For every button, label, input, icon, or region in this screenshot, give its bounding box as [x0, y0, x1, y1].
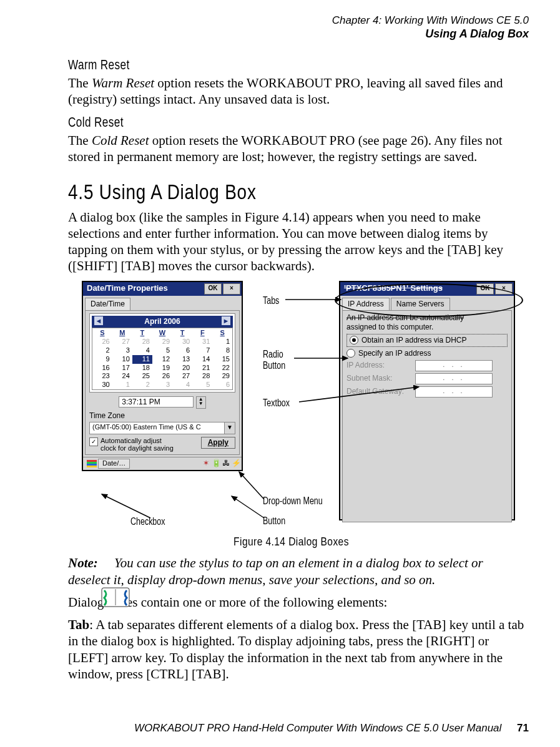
calendar-day[interactable]: 7 [192, 346, 212, 355]
svg-line-5 [102, 494, 150, 518]
section-line: Using A Dialog Box [332, 27, 529, 41]
calendar-dow: T [132, 328, 152, 338]
svg-line-3 [239, 472, 264, 499]
calendar-day[interactable]: 19 [152, 364, 172, 373]
calendar-day[interactable]: 6 [212, 381, 232, 389]
calendar-day[interactable]: 10 [112, 355, 132, 364]
close-button[interactable]: × [495, 283, 513, 295]
next-month-button[interactable]: ► [222, 316, 230, 325]
calendar-day[interactable]: 13 [172, 355, 192, 364]
prev-month-button[interactable]: ◄ [94, 316, 103, 325]
radio-icon [350, 336, 358, 344]
dialog-title: Date/Time Properties [87, 283, 168, 293]
ok-button[interactable]: OK [476, 283, 494, 295]
calendar-day[interactable]: 29 [152, 338, 172, 346]
calendar-dow: F [192, 328, 212, 338]
calendar-day[interactable]: 30 [172, 338, 192, 346]
calendar-day[interactable]: 22 [212, 364, 232, 373]
calendar-day[interactable]: 18 [132, 364, 152, 373]
calendar-dow: S [212, 328, 232, 338]
calendar-day[interactable]: 3 [152, 381, 172, 389]
calendar-day[interactable]: 1 [212, 338, 232, 346]
calendar-day[interactable]: 24 [112, 372, 132, 381]
note-label: Note: [68, 555, 98, 570]
calendar-day[interactable]: 14 [192, 355, 212, 364]
calendar-day[interactable]: 30 [92, 381, 112, 389]
calendar-day[interactable]: 6 [172, 346, 192, 355]
start-icon[interactable] [87, 460, 97, 467]
month-nav: ◄ April 2006 ► [92, 316, 233, 328]
dst-checkbox[interactable] [89, 437, 98, 446]
running-header: Chapter 4: Working With Windows CE 5.0 U… [332, 14, 529, 41]
elements-intro: Dialog boxes contain one or more of the … [68, 594, 527, 610]
radio-dhcp[interactable]: Obtain an IP address via DHCP [346, 334, 508, 347]
calendar-day[interactable]: 26 [92, 338, 112, 346]
calendar-table[interactable]: SMTWTFS 26272829303112345678910111213141… [92, 328, 233, 390]
tray-icon[interactable]: 🔋 [212, 459, 220, 468]
calendar-day[interactable]: 8 [212, 346, 232, 355]
titlebar: 'PTXCF8385PN1' Settings OK × [340, 282, 514, 296]
chevron-down-icon[interactable]: ▼ [224, 422, 235, 434]
calendar-day[interactable]: 31 [192, 338, 212, 346]
calendar-day[interactable]: 9 [92, 355, 112, 364]
calendar-day[interactable]: 21 [192, 364, 212, 373]
calendar-day[interactable]: 11 [132, 355, 152, 364]
cold-reset-body: The Cold Reset option resets the WORKABO… [68, 132, 527, 165]
calendar-day[interactable]: 4 [132, 346, 152, 355]
calendar-day[interactable]: 20 [172, 364, 192, 373]
figure-dialog-boxes: Date/Time Properties OK × Date/Time ◄ Ap… [82, 281, 527, 530]
calendar-day[interactable]: 12 [152, 355, 172, 364]
calendar-day[interactable]: 25 [132, 372, 152, 381]
calendar-day[interactable]: 5 [152, 346, 172, 355]
tray-icon[interactable]: ⚡ [232, 459, 240, 468]
calendar-day[interactable]: 28 [192, 372, 212, 381]
tab-date-time[interactable]: Date/Time [85, 298, 130, 310]
footer-text: WORKABOUT PRO Hand-Held Computer With Wi… [134, 722, 501, 734]
section-intro: A dialog box (like the samples in Figure… [68, 209, 527, 275]
tab-name-servers[interactable]: Name Servers [391, 298, 450, 310]
default-gateway-input[interactable]: . . . [415, 386, 493, 398]
calendar-day[interactable]: 17 [112, 364, 132, 373]
tray-icon[interactable]: ✶ [202, 459, 210, 468]
label-button: Button [263, 515, 285, 527]
timezone-dropdown[interactable]: (GMT-05:00) Eastern Time (US & C ▼ [89, 422, 235, 434]
calendar-day[interactable]: 1 [112, 381, 132, 389]
tab-ip-address[interactable]: IP Address [342, 298, 390, 310]
calendar-day[interactable]: 23 [92, 372, 112, 381]
calendar-day[interactable]: 4 [172, 381, 192, 389]
calendar-day[interactable]: 27 [112, 338, 132, 346]
subnet-mask-input[interactable]: . . . [415, 373, 493, 384]
label-radio-a: Radio [263, 348, 283, 361]
default-gateway-label: Default Gateway: [346, 387, 415, 396]
calendar-day[interactable]: 27 [172, 372, 192, 381]
calendar-day[interactable]: 29 [212, 372, 232, 381]
desc-line1: An IP address can be automatically [346, 313, 508, 323]
taskbar: Date/… ✶ 🔋 🖧 ⚡ [83, 457, 242, 470]
time-input[interactable] [119, 396, 194, 408]
calendar-day[interactable]: 3 [112, 346, 132, 355]
calendar-day[interactable]: 5 [192, 381, 212, 389]
ok-button[interactable]: OK [204, 283, 222, 295]
network-settings-dialog: 'PTXCF8385PN1' Settings OK × IP Address … [339, 281, 515, 520]
close-button[interactable]: × [223, 283, 240, 295]
label-radio-b: Button [263, 359, 285, 372]
warm-reset-heading: Warm Reset [68, 56, 426, 74]
label-textbox: Textbox [263, 397, 290, 409]
radio-specify[interactable]: Specify an IP address [346, 349, 508, 358]
calendar-day[interactable]: 2 [132, 381, 152, 389]
date-time-dialog: Date/Time Properties OK × Date/Time ◄ Ap… [82, 281, 243, 471]
chapter-line: Chapter 4: Working With Windows CE 5.0 [332, 14, 529, 27]
ip-address-input[interactable]: . . . [415, 360, 493, 371]
calendar-dow: S [92, 328, 112, 338]
calendar-day[interactable]: 26 [152, 372, 172, 381]
warm-reset-body: The Warm Reset option resets the WORKABO… [68, 75, 527, 108]
calendar-dow: W [152, 328, 172, 338]
apply-button[interactable]: Apply [201, 437, 235, 449]
calendar-day[interactable]: 2 [92, 346, 112, 355]
calendar-day[interactable]: 28 [132, 338, 152, 346]
cold-reset-heading: Cold Reset [68, 114, 426, 131]
tray-icon[interactable]: 🖧 [222, 459, 230, 468]
taskbar-item[interactable]: Date/… [98, 459, 130, 469]
calendar-day[interactable]: 15 [212, 355, 232, 364]
calendar-day[interactable]: 16 [92, 364, 112, 373]
